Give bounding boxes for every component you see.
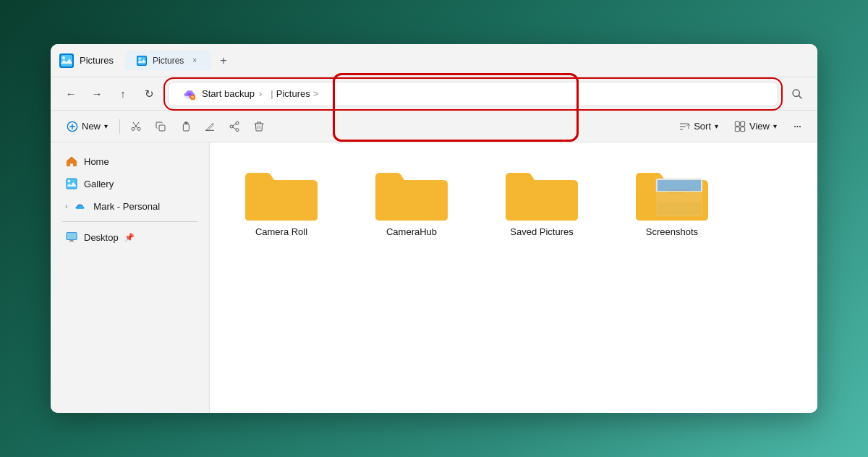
tab-close-button[interactable]: × bbox=[190, 55, 200, 66]
files-grid: Camera Roll CameraHub Saved bbox=[227, 157, 800, 243]
sidebar-gallery-label: Gallery bbox=[84, 179, 114, 189]
delete-button[interactable] bbox=[247, 115, 271, 138]
svg-rect-34 bbox=[741, 121, 745, 126]
svg-rect-36 bbox=[741, 127, 745, 131]
start-backup-button[interactable]: Start backup › bbox=[176, 83, 268, 105]
folder-screenshots[interactable]: Screenshots bbox=[618, 157, 726, 243]
svg-rect-42 bbox=[67, 233, 77, 239]
sidebar-item-gallery[interactable]: Gallery bbox=[54, 173, 206, 195]
tab-label: Pictures bbox=[153, 56, 184, 66]
svg-line-26 bbox=[233, 127, 236, 129]
new-button[interactable]: New ▾ bbox=[59, 115, 115, 138]
sidebar-item-home[interactable]: Home bbox=[54, 150, 206, 172]
command-bar: New ▾ bbox=[51, 111, 817, 142]
folder-label-camerahub: CameraHub bbox=[386, 226, 437, 237]
svg-point-24 bbox=[236, 128, 239, 131]
sidebar-desktop-label: Desktop bbox=[84, 232, 119, 243]
refresh-button[interactable]: ↻ bbox=[137, 82, 161, 106]
sort-label: Sort bbox=[694, 121, 711, 132]
title-bar: Pictures Pictures × + bbox=[51, 44, 817, 77]
command-separator-1 bbox=[119, 119, 120, 134]
tab-area: Pictures × + bbox=[125, 51, 231, 70]
view-dropdown-arrow: ▾ bbox=[773, 122, 777, 130]
paste-icon bbox=[179, 121, 191, 132]
title-bar-left: Pictures bbox=[59, 54, 114, 68]
address-bar[interactable]: Start backup › | Pictures > bbox=[168, 82, 778, 106]
new-dropdown-arrow: ▾ bbox=[104, 122, 108, 130]
sidebar: Home Gallery › bbox=[51, 142, 210, 413]
rename-icon bbox=[204, 121, 216, 132]
svg-rect-18 bbox=[159, 125, 165, 131]
delete-icon bbox=[253, 121, 265, 132]
new-icon bbox=[67, 121, 78, 132]
cut-button[interactable] bbox=[124, 115, 148, 138]
main-content: Home Gallery › bbox=[51, 142, 817, 413]
folder-icon-screenshots bbox=[636, 163, 708, 221]
sort-icon bbox=[678, 121, 690, 132]
rename-button[interactable] bbox=[198, 115, 221, 138]
backup-cloud-icon bbox=[182, 86, 197, 102]
svg-line-12 bbox=[799, 95, 801, 98]
folder-icon-camerahub bbox=[375, 163, 448, 221]
view-button[interactable]: View ▾ bbox=[727, 115, 784, 138]
svg-point-22 bbox=[236, 121, 239, 124]
paste-button[interactable] bbox=[174, 115, 197, 138]
copy-icon bbox=[155, 121, 166, 132]
up-button[interactable]: ↑ bbox=[111, 82, 135, 106]
svg-rect-19 bbox=[183, 124, 189, 130]
folder-label-screenshots: Screenshots bbox=[646, 226, 698, 237]
folder-camerahub[interactable]: CameraHub bbox=[357, 157, 466, 243]
folder-icon-camera-roll bbox=[245, 163, 318, 221]
path-separator-2: > bbox=[313, 88, 319, 99]
folder-saved-pictures[interactable]: Saved Pictures bbox=[488, 157, 596, 243]
tab-icon bbox=[137, 56, 147, 66]
folder-camera-roll[interactable]: Camera Roll bbox=[227, 157, 336, 243]
folder-icon-saved-pictures bbox=[506, 163, 578, 221]
path-separator-1: | bbox=[271, 88, 273, 99]
sidebar-item-desktop[interactable]: Desktop 📌 bbox=[54, 226, 206, 248]
svg-point-16 bbox=[132, 127, 135, 130]
backup-arrow: › bbox=[259, 88, 262, 99]
gallery-icon bbox=[65, 177, 78, 190]
more-icon: ··· bbox=[793, 120, 801, 133]
folder-label-camera-roll: Camera Roll bbox=[255, 226, 307, 237]
folder-label-saved-pictures: Saved Pictures bbox=[510, 226, 573, 237]
onedrive-icon bbox=[75, 200, 88, 213]
svg-point-23 bbox=[230, 125, 233, 128]
new-tab-button[interactable]: + bbox=[216, 53, 231, 69]
share-button[interactable] bbox=[223, 115, 246, 138]
view-icon bbox=[734, 121, 746, 132]
window-title: Pictures bbox=[80, 55, 114, 66]
svg-line-25 bbox=[233, 124, 236, 126]
svg-rect-43 bbox=[70, 240, 74, 242]
svg-rect-33 bbox=[735, 121, 739, 126]
svg-point-17 bbox=[137, 127, 140, 130]
active-tab[interactable]: Pictures × bbox=[125, 51, 211, 70]
sidebar-item-onedrive[interactable]: › Mark - Personal bbox=[54, 195, 206, 217]
svg-point-3 bbox=[62, 56, 65, 59]
sort-button[interactable]: Sort ▾ bbox=[671, 115, 726, 138]
search-button[interactable] bbox=[786, 82, 809, 106]
expand-arrow-icon: › bbox=[65, 202, 67, 210]
backup-label: Start backup bbox=[202, 88, 255, 99]
toolbar: ← → ↑ ↻ Start backup › bbox=[51, 77, 817, 111]
share-icon bbox=[229, 121, 240, 132]
home-icon bbox=[65, 155, 78, 168]
sort-dropdown-arrow: ▾ bbox=[715, 122, 718, 130]
pin-icon: 📌 bbox=[124, 233, 135, 242]
svg-point-10 bbox=[190, 94, 195, 99]
view-label: View bbox=[749, 121, 770, 132]
file-explorer-window: Pictures Pictures × + ← → ↑ ↻ bbox=[51, 44, 817, 413]
breadcrumb-pictures[interactable]: Pictures bbox=[276, 88, 310, 99]
back-button[interactable]: ← bbox=[59, 82, 82, 106]
svg-rect-44 bbox=[69, 241, 75, 242]
sidebar-onedrive-label: Mark - Personal bbox=[93, 201, 160, 212]
more-options-button[interactable]: ··· bbox=[786, 115, 809, 138]
new-label: New bbox=[82, 121, 101, 132]
svg-point-7 bbox=[139, 57, 141, 59]
sidebar-divider bbox=[62, 221, 197, 222]
pictures-app-icon bbox=[59, 54, 74, 68]
copy-button[interactable] bbox=[149, 115, 172, 138]
sidebar-home-label: Home bbox=[84, 156, 109, 167]
forward-button[interactable]: → bbox=[85, 82, 109, 106]
